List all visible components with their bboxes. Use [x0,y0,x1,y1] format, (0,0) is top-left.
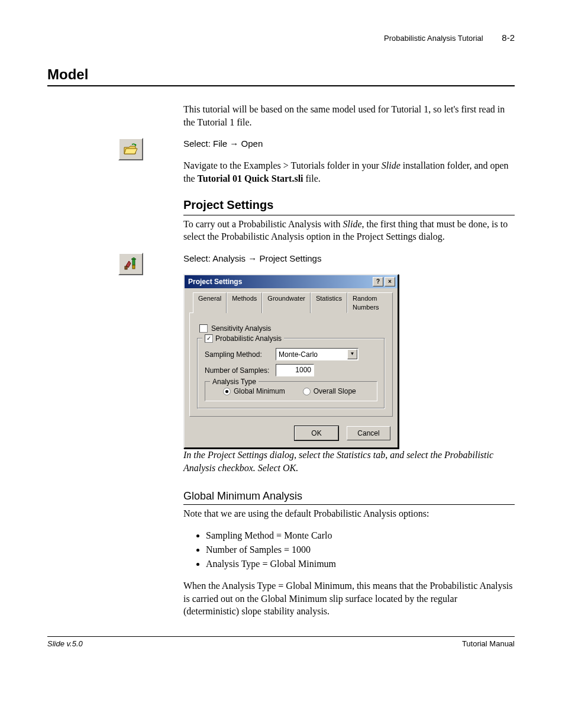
dialog-titlebar[interactable]: Project Settings ? × [185,275,398,288]
project-settings-paragraph: To carry out a Probabilistic Analysis wi… [183,218,515,243]
open-file-icon [118,138,143,160]
menu-path-project-settings: Select: Analysis → Project Settings [183,253,515,265]
sampling-method-select[interactable]: Monte-Carlo ▼ [276,348,358,360]
options-list: Sampling Method = Monte Carlo Number of … [183,529,515,570]
dialog-caption: In the Project Settings dialog, select t… [183,449,515,474]
navigate-paragraph: Navigate to the Examples > Tutorials fol… [183,159,515,185]
help-icon[interactable]: ? [373,277,383,286]
project-settings-dialog: Project Settings ? × General Methods Gro… [183,274,399,449]
tab-groundwater[interactable]: Groundwater [262,292,311,313]
footer-right: Tutorial Manual [462,639,515,648]
svg-rect-3 [125,266,127,269]
tab-general[interactable]: General [193,292,227,313]
intro-paragraph: This tutorial will be based on the same … [183,103,515,128]
sampling-method-label: Sampling Method: [205,350,270,359]
ok-button[interactable]: OK [295,426,338,440]
checkbox-checked-icon[interactable]: ✓ [205,334,213,343]
probabilistic-legend[interactable]: ✓ Probabilistic Analysis [202,334,284,343]
menu-path-open: Select: File → Open [183,138,515,150]
checkbox-icon[interactable] [199,324,208,333]
tab-methods[interactable]: Methods [227,292,262,313]
gm-note: Note that we are using the default Proba… [183,507,515,520]
dialog-title: Project Settings [188,277,242,286]
number-samples-input[interactable]: 1000 [276,364,314,376]
page-footer: Slide v.5.0 Tutorial Manual [47,636,515,648]
svg-rect-5 [133,265,135,269]
svg-marker-1 [124,149,137,154]
svg-marker-2 [135,144,137,146]
gm-paragraph: When the Analysis Type = Global Minimum,… [183,579,515,618]
list-item: Number of Samples = 1000 [206,543,515,556]
number-samples-label: Number of Samples: [205,366,270,375]
footer-left: Slide v.5.0 [47,639,83,648]
chevron-down-icon[interactable]: ▼ [347,349,357,359]
analysis-type-legend: Analysis Type [210,377,259,386]
tab-random-numbers[interactable]: Random Numbers [347,292,393,313]
section-heading: Model [47,66,515,86]
probabilistic-fieldset: ✓ Probabilistic Analysis Sampling Method… [197,338,385,409]
page-number: 8-2 [502,33,515,43]
tab-statistics[interactable]: Statistics [311,292,347,313]
dialog-tabs: General Methods Groundwater Statistics R… [185,288,398,313]
cancel-button[interactable]: Cancel [347,426,390,440]
tab-panel-statistics: Sensitivity Analysis ✓ Probabilistic Ana… [189,313,393,417]
svg-rect-4 [133,259,135,265]
list-item: Sampling Method = Monte Carlo [206,529,515,542]
close-icon[interactable]: × [385,277,395,286]
page-header: Probabilistic Analysis Tutorial 8-2 [47,33,515,43]
project-settings-icon [118,253,143,275]
project-settings-heading: Project Settings [183,197,515,215]
radio-global-minimum[interactable]: Global Minimum [223,386,285,396]
radio-on-icon[interactable] [223,388,231,395]
doc-title: Probabilistic Analysis Tutorial [384,34,483,43]
global-minimum-heading: Global Minimum Analysis [183,489,515,505]
analysis-type-fieldset: Analysis Type Global Minimum Overall Slo… [205,381,377,401]
sensitivity-label: Sensitivity Analysis [211,324,271,333]
radio-overall-slope[interactable]: Overall Slope [303,386,356,396]
radio-off-icon[interactable] [303,388,311,395]
sensitivity-checkbox-row[interactable]: Sensitivity Analysis [199,324,385,333]
list-item: Analysis Type = Global Minimum [206,558,515,571]
